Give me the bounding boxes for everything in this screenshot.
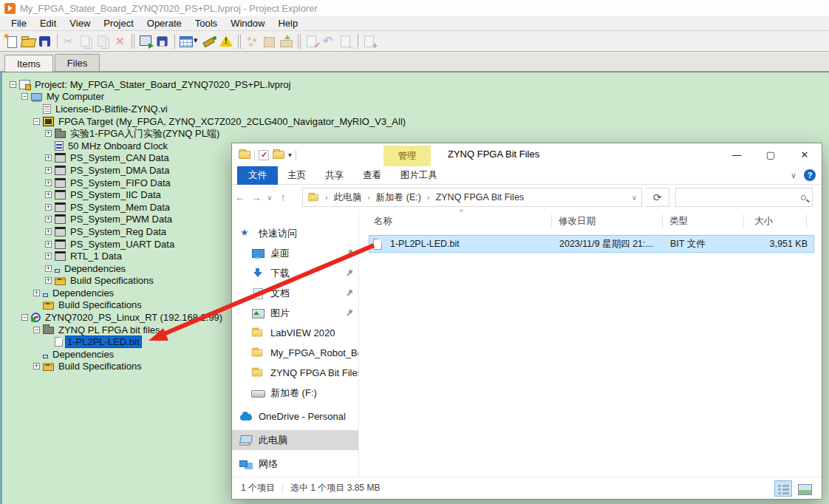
help-button[interactable]: ? <box>804 169 816 181</box>
tree-expander-icon[interactable] <box>33 118 40 125</box>
apply-changes-button[interactable] <box>304 34 321 49</box>
warning-button[interactable] <box>218 34 235 49</box>
sidebar-item-onedrive[interactable]: OneDrive - Personal <box>232 406 358 426</box>
tree-expander-icon[interactable] <box>45 191 52 198</box>
explorer-tab[interactable]: Items <box>4 55 53 72</box>
tree-expander-icon[interactable] <box>21 314 28 321</box>
tree-row[interactable]: Project: My_FPGA_Stater_Board_ZYNQ7020_P… <box>2 78 829 91</box>
minimize-button[interactable]: — <box>720 143 754 166</box>
tree-expander-icon[interactable] <box>45 216 52 222</box>
save-button[interactable] <box>37 34 54 49</box>
tree-expander-icon[interactable] <box>33 290 40 296</box>
column-header-size[interactable]: 大小 <box>754 215 773 228</box>
column-header-type[interactable]: 类型 <box>669 215 688 228</box>
tree-expander-icon[interactable] <box>45 204 52 211</box>
properties-check-icon[interactable] <box>259 150 269 160</box>
package-button[interactable] <box>261 34 278 49</box>
menu-item[interactable]: Project <box>97 16 140 30</box>
menu-item[interactable]: View <box>63 16 97 30</box>
qat-customize-caret-icon[interactable]: ▾ <box>288 151 292 159</box>
tree-expander-icon[interactable] <box>45 228 52 235</box>
new-folder-icon[interactable] <box>273 151 284 159</box>
tree-expander-icon[interactable] <box>33 363 40 370</box>
deploy-button[interactable] <box>278 34 295 49</box>
labview-tab-bar: Items Files <box>0 52 829 72</box>
back-button[interactable]: ← <box>232 191 248 203</box>
ribbon-collapse-icon[interactable]: ∨ <box>791 171 796 180</box>
tree-row[interactable]: FPGA Target (My_FPGA, ZYNQ_XC7Z020_2CLG4… <box>2 115 829 128</box>
copy-button[interactable] <box>78 34 95 49</box>
ribbon-tab[interactable]: 查看 <box>353 166 391 185</box>
tree-expander-icon[interactable] <box>45 130 52 137</box>
open-project-button[interactable] <box>20 34 37 49</box>
cut-button[interactable] <box>61 34 78 49</box>
address-caret-icon[interactable]: ∨ <box>632 194 637 202</box>
tree-row[interactable]: 实验1-FPGA入门实验(ZYNQ PL端) <box>2 127 829 140</box>
menu-item[interactable]: Help <box>271 16 304 30</box>
sidebar-item-quick-access[interactable]: 快速访问 <box>232 223 358 243</box>
tree-expander-icon[interactable] <box>45 154 52 161</box>
breadcrumb-item[interactable]: › 新加卷 (E:) <box>364 190 424 205</box>
tree-expander-icon[interactable] <box>33 327 40 333</box>
up-button[interactable]: ↑ <box>275 191 291 203</box>
menu-item[interactable]: File <box>4 16 33 30</box>
delete-button[interactable] <box>112 34 129 49</box>
tree-item-label: RTL_1 Data <box>69 251 123 262</box>
tree-expander-icon[interactable] <box>45 253 52 259</box>
sidebar-item-my-fpga-robot[interactable]: My_FPGA_Robot_Boa <box>232 343 358 363</box>
paste-button[interactable] <box>95 34 112 49</box>
sidebar-item-labview-2020[interactable]: LabVIEW 2020 <box>232 323 358 343</box>
target-settings-button[interactable] <box>137 34 154 49</box>
sidebar-item-downloads[interactable]: 下载 <box>232 263 358 283</box>
maximize-button[interactable]: ▢ <box>754 143 788 166</box>
menu-item[interactable]: Tools <box>188 16 224 30</box>
save-all-button[interactable] <box>155 34 171 48</box>
forward-button[interactable]: → <box>248 191 265 203</box>
tree-expander-icon[interactable] <box>45 167 52 174</box>
sidebar-item-documents[interactable]: 文档 <box>232 283 358 303</box>
tree-expander-icon[interactable] <box>45 277 52 284</box>
breadcrumb-item[interactable]: › ZYNQ FPGA Bit Files <box>424 191 527 204</box>
menu-item[interactable]: Edit <box>33 16 63 30</box>
address-bar[interactable]: › 此电脑 › 新加卷 (E:) › ZYNQ FPGA Bit Files ∨ <box>302 188 642 207</box>
new-vi-button[interactable] <box>3 34 20 49</box>
explorer-tab[interactable]: Files <box>55 54 100 71</box>
view-columns-caret[interactable] <box>193 34 201 49</box>
sidebar-item-pictures[interactable]: 图片 <box>232 303 358 323</box>
sidebar-item-network[interactable]: 网络 <box>232 454 358 474</box>
close-button[interactable]: ✕ <box>788 143 822 166</box>
ribbon-tab[interactable]: 主页 <box>278 166 315 185</box>
edit-tool-button[interactable] <box>201 34 218 49</box>
sync-button[interactable] <box>244 34 261 49</box>
tree-expander-icon[interactable] <box>10 81 16 88</box>
large-icons-view-button[interactable] <box>795 480 813 497</box>
sidebar-item-volume-f[interactable]: 新加卷 (F:) <box>232 383 358 403</box>
add-file-button[interactable] <box>361 34 378 49</box>
ribbon-tab[interactable]: 共享 <box>315 166 353 185</box>
menu-item[interactable]: Operate <box>140 16 188 30</box>
view-columns-button[interactable] <box>178 34 193 49</box>
file-row-selected[interactable]: 1-PL2PL-LED.bit 2023/11/9 星期四 21:... BIT… <box>369 235 814 253</box>
sidebar-item-desktop[interactable]: 桌面 <box>232 243 358 263</box>
tree-expander-icon[interactable] <box>45 265 52 272</box>
search-box[interactable] <box>675 188 813 207</box>
details-view-button[interactable] <box>774 480 792 497</box>
tree-row[interactable]: My Computer <box>2 91 829 103</box>
history-caret-icon[interactable]: ∨ <box>265 194 275 202</box>
tree-row[interactable]: License-ID-Bitfile-ZYNQ.vi <box>2 103 829 115</box>
breadcrumb-item[interactable]: › 此电脑 <box>322 190 364 205</box>
sidebar-item-this-pc[interactable]: 此电脑 <box>232 430 358 450</box>
tree-expander-icon[interactable] <box>45 241 52 248</box>
tree-expander-icon[interactable] <box>21 93 28 100</box>
menu-item[interactable]: Window <box>224 16 271 30</box>
revert-file-button[interactable] <box>338 34 355 49</box>
tree-item-label: PS_System_Mem Data <box>69 202 171 213</box>
refresh-button[interactable]: ⟳ <box>646 188 669 207</box>
undo-button[interactable] <box>321 34 338 49</box>
ribbon-tab[interactable]: 文件 <box>237 166 278 185</box>
sidebar-item-zynq-fpga-bit-files[interactable]: ZYNQ FPGA Bit Files <box>232 363 358 383</box>
column-header-modified[interactable]: 修改日期 <box>559 215 596 228</box>
ribbon-tab[interactable]: 图片工具 <box>391 166 447 185</box>
tree-expander-icon[interactable] <box>45 180 52 186</box>
column-header-name[interactable]: 名称 <box>374 215 392 228</box>
